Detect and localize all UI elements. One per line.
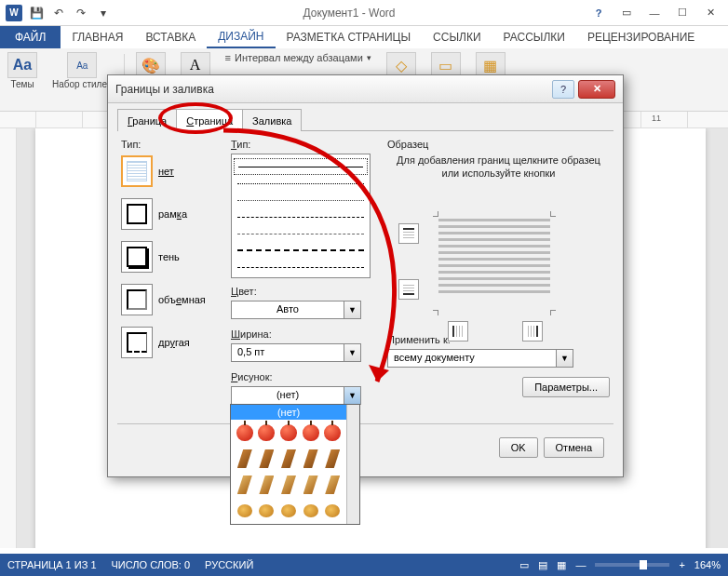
svg-rect-11 (462, 326, 463, 337)
setting-box-label: рамка (158, 208, 187, 220)
setting-none-label: нет (158, 166, 174, 177)
zoom-slider[interactable] (595, 563, 669, 567)
title-bar: W 💾 ↶ ↷ ▾ Документ1 - Word ? ▭ — ☐ ✕ (0, 0, 728, 26)
edge-right-button[interactable] (522, 321, 543, 342)
tab-design[interactable]: ДИЗАЙН (207, 26, 275, 48)
view-web-icon[interactable]: ▦ (557, 559, 566, 571)
svg-rect-9 (456, 326, 457, 337)
setting-none-icon (121, 155, 153, 187)
style-set-label: Набор стилей (52, 79, 113, 89)
art-option-blobs[interactable] (231, 498, 346, 524)
chevron-down-icon: ▼ (556, 350, 573, 367)
status-bar: СТРАНИЦА 1 ИЗ 1 ЧИСЛО СЛОВ: 0 РУССКИЙ ▭ … (0, 554, 728, 576)
svg-rect-10 (459, 326, 460, 337)
zoom-level[interactable]: 164% (694, 559, 721, 570)
svg-rect-14 (531, 326, 532, 337)
tab-mailings[interactable]: РАССЫЛКИ (492, 26, 576, 48)
svg-rect-15 (533, 326, 534, 337)
svg-rect-12 (536, 326, 538, 337)
setting-custom-icon (121, 327, 153, 358)
ok-button[interactable]: OK (499, 437, 538, 458)
setting-box-icon (121, 198, 153, 230)
setting-shadow-icon (121, 241, 153, 273)
ribbon-tab-strip: ФАЙЛ ГЛАВНАЯ ВСТАВКА ДИЗАЙН РАЗМЕТКА СТР… (0, 26, 728, 48)
setting-3d-icon (121, 284, 153, 315)
art-option-fans[interactable] (231, 472, 346, 498)
status-word-count[interactable]: ЧИСЛО СЛОВ: 0 (112, 559, 191, 570)
paragraph-spacing-icon: ≡ (225, 52, 231, 63)
setting-custom-label: другая (158, 337, 190, 348)
svg-rect-13 (528, 326, 529, 337)
dialog-help-icon[interactable]: ? (552, 80, 574, 99)
tab-review[interactable]: РЕЦЕНЗИРОВАНИЕ (576, 26, 706, 48)
style-set-group[interactable]: Aa Набор стилей (48, 50, 116, 109)
paragraph-spacing-label: Интервал между абзацами (235, 52, 363, 63)
zoom-in-icon[interactable]: + (679, 559, 684, 570)
tab-references[interactable]: ССЫЛКИ (422, 26, 492, 48)
preview-page[interactable] (438, 217, 550, 310)
help-icon[interactable]: ? (585, 3, 613, 23)
chevron-down-icon: ▾ (367, 53, 371, 62)
undo-icon[interactable]: ↶ (48, 3, 69, 23)
paragraph-spacing-button[interactable]: ≡ Интервал между абзацами ▾ (222, 50, 375, 65)
edge-left-button[interactable] (448, 321, 468, 342)
status-page[interactable]: СТРАНИЦА 1 ИЗ 1 (7, 559, 97, 570)
setting-shadow-label: тень (158, 251, 180, 262)
tab-file[interactable]: ФАЙЛ (0, 26, 61, 48)
ribbon-collapse-icon[interactable]: ▭ (613, 3, 640, 23)
dialog-title: Границы и заливка (115, 83, 552, 96)
dialog-tab-border[interactable]: Граница (117, 109, 177, 131)
art-option-apples[interactable] (231, 420, 346, 446)
options-button[interactable]: Параметры... (522, 377, 610, 397)
dialog-titlebar[interactable]: Границы и заливка ? ✕ (108, 75, 623, 103)
art-dropdown-scrollbar[interactable] (346, 405, 359, 524)
save-icon[interactable]: 💾 (26, 3, 47, 23)
status-language[interactable]: РУССКИЙ (205, 559, 253, 570)
annotation-arrow (186, 112, 447, 409)
close-window-icon[interactable]: ✕ (696, 3, 724, 23)
ruler-mark: 11 (652, 114, 661, 123)
svg-rect-8 (452, 326, 454, 337)
window-title: Документ1 - Word (114, 7, 585, 20)
dialog-close-icon[interactable]: ✕ (578, 80, 615, 99)
redo-icon[interactable]: ↷ (71, 3, 91, 23)
art-option-stripes[interactable] (231, 446, 346, 472)
qat-customize-icon[interactable]: ▾ (93, 3, 114, 23)
themes-group[interactable]: Aa Темы (4, 50, 41, 109)
view-read-icon[interactable]: ▭ (519, 559, 529, 571)
word-app-icon: W (4, 3, 24, 23)
art-dropdown: (нет) (230, 404, 360, 525)
cancel-button[interactable]: Отмена (544, 437, 604, 458)
tab-insert[interactable]: ВСТАВКА (134, 26, 207, 48)
dialog-button-row: OK Отмена (117, 430, 613, 467)
tab-page-layout[interactable]: РАЗМЕТКА СТРАНИЦЫ (276, 26, 423, 48)
themes-label: Темы (10, 79, 34, 89)
minimize-icon[interactable]: — (640, 3, 668, 23)
style-set-icon: Aa (67, 52, 97, 78)
window-controls: ? ▭ — ☐ ✕ (585, 3, 724, 23)
quick-access-toolbar: W 💾 ↶ ↷ ▾ (4, 3, 114, 23)
tab-home[interactable]: ГЛАВНАЯ (61, 26, 134, 48)
zoom-out-icon[interactable]: — (575, 559, 586, 570)
view-print-icon[interactable]: ▤ (538, 559, 547, 571)
maximize-icon[interactable]: ☐ (668, 3, 696, 23)
vertical-ruler[interactable] (0, 128, 17, 548)
svg-marker-16 (369, 365, 389, 382)
themes-icon: Aa (7, 52, 37, 78)
